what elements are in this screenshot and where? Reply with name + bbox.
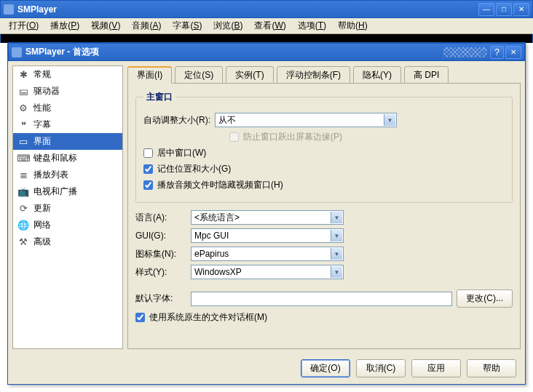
sidebar-item-label: 常规 bbox=[33, 68, 51, 81]
sidebar-icon: ⚙ bbox=[17, 103, 29, 114]
center-window-checkbox[interactable] bbox=[143, 148, 153, 158]
style-combo[interactable]: WindowsXP ▼ bbox=[191, 265, 344, 279]
tab-4[interactable]: 隐私(Y) bbox=[353, 66, 401, 84]
main-window-legend: 主窗口 bbox=[143, 91, 175, 103]
chevron-down-icon: ▼ bbox=[331, 248, 342, 260]
prevent-offscreen-label: 防止窗口跃出屏幕边缘(P) bbox=[243, 131, 342, 143]
sidebar-item-label: 字幕 bbox=[33, 119, 51, 131]
font-label: 默认字体: bbox=[135, 292, 186, 305]
menu-p[interactable]: 播放(P) bbox=[44, 18, 85, 33]
iconset-label: 图标集(N): bbox=[135, 248, 186, 260]
remember-position-checkbox[interactable] bbox=[143, 164, 153, 174]
menu-t[interactable]: 选项(T) bbox=[292, 18, 332, 33]
preferences-dialog: SMPlayer - 首选项 ? ✕ ✱常规🖴驱动器⚙性能❝字幕▭界面⌨键盘和鼠… bbox=[7, 42, 526, 385]
gui-combo[interactable]: Mpc GUI ▼ bbox=[191, 228, 344, 243]
titlebar-grip bbox=[443, 47, 487, 57]
sidebar-item-label: 界面 bbox=[33, 135, 51, 148]
change-font-button[interactable]: 更改(C)... bbox=[457, 289, 513, 308]
autoresize-combo[interactable]: 从不 ▼ bbox=[215, 113, 397, 127]
menu-a[interactable]: 音频(A) bbox=[126, 18, 167, 33]
sidebar-item-0[interactable]: ✱常规 bbox=[13, 66, 122, 83]
main-title: SMPlayer bbox=[17, 4, 478, 15]
sidebar-item-6[interactable]: ≣播放列表 bbox=[13, 167, 122, 183]
interface-tab-panel: 主窗口 自动调整大小(R): 从不 ▼ 防止窗口跃出屏幕边缘(P) bbox=[127, 84, 521, 349]
sidebar-item-2[interactable]: ⚙性能 bbox=[13, 100, 122, 116]
sidebar-item-label: 驱动器 bbox=[33, 85, 60, 97]
language-label: 语言(A): bbox=[135, 212, 186, 224]
sidebar-icon: 📺 bbox=[17, 186, 29, 198]
ok-button[interactable]: 确定(O) bbox=[301, 359, 350, 377]
sidebar-item-label: 性能 bbox=[33, 102, 51, 114]
tab-5[interactable]: 高 DPI bbox=[404, 66, 449, 84]
menu-b[interactable]: 浏览(B) bbox=[208, 18, 248, 33]
center-window-label[interactable]: 居中窗口(W) bbox=[157, 147, 206, 159]
sidebar-item-label: 播放列表 bbox=[33, 169, 68, 181]
tab-2[interactable]: 实例(T) bbox=[226, 66, 273, 84]
menu-w[interactable]: 查看(W) bbox=[248, 18, 291, 33]
sidebar-item-10[interactable]: ⚒高级 bbox=[13, 233, 122, 250]
tab-3[interactable]: 浮动控制条(F) bbox=[277, 66, 350, 84]
autoresize-value: 从不 bbox=[218, 114, 236, 127]
remember-position-label[interactable]: 记住位置和大小(G) bbox=[157, 163, 231, 175]
menubar: 打开(O)播放(P)视频(V)音频(A)字幕(S)浏览(B)查看(W)选项(T)… bbox=[0, 18, 533, 34]
maximize-button[interactable]: □ bbox=[496, 3, 512, 16]
sidebar-item-4[interactable]: ▭界面 bbox=[13, 133, 122, 150]
main-window: SMPlayer — □ ✕ 打开(O)播放(P)视频(V)音频(A)字幕(S)… bbox=[0, 0, 533, 43]
sidebar-icon: 🌐 bbox=[17, 220, 29, 231]
sidebar-icon: ⟳ bbox=[17, 203, 29, 215]
menu-o[interactable]: 打开(O) bbox=[3, 18, 44, 33]
sidebar-item-3[interactable]: ❝字幕 bbox=[13, 116, 122, 133]
minimize-button[interactable]: — bbox=[478, 3, 494, 16]
native-file-dialog-checkbox[interactable] bbox=[135, 313, 145, 322]
font-input[interactable] bbox=[191, 292, 452, 306]
sidebar-item-label: 更新 bbox=[33, 202, 51, 215]
language-value: <系统语言> bbox=[194, 212, 240, 224]
tab-1[interactable]: 定位(S) bbox=[175, 66, 223, 84]
native-file-dialog-label[interactable]: 使用系统原生的文件对话框(M) bbox=[149, 311, 267, 324]
sidebar-item-5[interactable]: ⌨键盘和鼠标 bbox=[13, 150, 122, 167]
main-titlebar: SMPlayer — □ ✕ bbox=[0, 0, 533, 18]
iconset-value: ePapirus bbox=[194, 249, 229, 259]
chevron-down-icon: ▼ bbox=[331, 230, 342, 241]
chevron-down-icon: ▼ bbox=[384, 114, 395, 126]
tab-bar: 界面(I)定位(S)实例(T)浮动控制条(F)隐私(Y)高 DPI bbox=[127, 65, 521, 84]
style-value: WindowsXP bbox=[194, 267, 242, 277]
sidebar-item-9[interactable]: 🌐网络 bbox=[13, 217, 122, 233]
language-combo[interactable]: <系统语言> ▼ bbox=[191, 210, 344, 225]
hide-video-audio-checkbox[interactable] bbox=[143, 180, 153, 190]
sidebar-icon: ⌨ bbox=[17, 153, 29, 164]
category-sidebar: ✱常规🖴驱动器⚙性能❝字幕▭界面⌨键盘和鼠标≣播放列表📺电视和广播⟳更新🌐网络⚒… bbox=[12, 65, 123, 349]
menu-v[interactable]: 视频(V) bbox=[85, 18, 126, 33]
hide-video-audio-label[interactable]: 播放音频文件时隐藏视频窗口(H) bbox=[157, 179, 283, 191]
sidebar-item-7[interactable]: 📺电视和广播 bbox=[13, 183, 122, 200]
prevent-offscreen-checkbox bbox=[229, 132, 239, 142]
dialog-close-button[interactable]: ✕ bbox=[505, 46, 521, 59]
menu-s[interactable]: 字幕(S) bbox=[167, 18, 208, 33]
sidebar-item-label: 键盘和鼠标 bbox=[33, 152, 77, 164]
gui-value: Mpc GUI bbox=[194, 231, 229, 241]
menu-h[interactable]: 帮助(H) bbox=[332, 18, 374, 33]
sidebar-item-8[interactable]: ⟳更新 bbox=[13, 200, 122, 217]
iconset-combo[interactable]: ePapirus ▼ bbox=[191, 247, 344, 261]
sidebar-item-label: 网络 bbox=[33, 219, 51, 231]
context-help-button[interactable]: ? bbox=[490, 46, 504, 59]
dialog-titlebar: SMPlayer - 首选项 ? ✕ bbox=[8, 43, 525, 61]
sidebar-icon: ▭ bbox=[17, 136, 29, 148]
sidebar-icon: ❝ bbox=[17, 119, 29, 131]
app-icon bbox=[12, 47, 22, 57]
style-label: 样式(Y): bbox=[135, 266, 186, 279]
sidebar-item-label: 电视和广播 bbox=[33, 185, 77, 198]
tab-0[interactable]: 界面(I) bbox=[127, 66, 172, 84]
help-button[interactable]: 帮助 bbox=[467, 359, 516, 377]
dialog-footer: 确定(O) 取消(C) 应用 帮助 bbox=[8, 353, 525, 383]
dialog-title: SMPlayer - 首选项 bbox=[25, 46, 443, 58]
sidebar-item-label: 高级 bbox=[33, 236, 51, 248]
sidebar-icon: ✱ bbox=[17, 69, 29, 81]
main-window-group: 主窗口 自动调整大小(R): 从不 ▼ 防止窗口跃出屏幕边缘(P) bbox=[135, 91, 513, 203]
sidebar-item-1[interactable]: 🖴驱动器 bbox=[13, 83, 122, 100]
cancel-button[interactable]: 取消(C) bbox=[356, 359, 406, 377]
close-button[interactable]: ✕ bbox=[513, 3, 529, 16]
apply-button[interactable]: 应用 bbox=[411, 359, 461, 377]
chevron-down-icon: ▼ bbox=[331, 266, 342, 278]
sidebar-icon: ⚒ bbox=[17, 236, 29, 248]
